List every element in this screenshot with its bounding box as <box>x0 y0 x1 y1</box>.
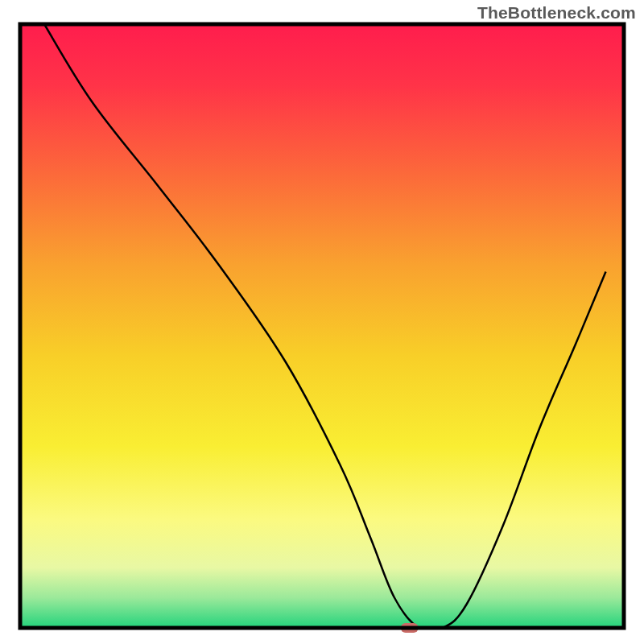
gradient-background <box>20 24 624 628</box>
chart-container: TheBottleneck.com <box>0 0 644 644</box>
bottleneck-chart <box>0 0 644 644</box>
watermark-text: TheBottleneck.com <box>477 3 636 23</box>
